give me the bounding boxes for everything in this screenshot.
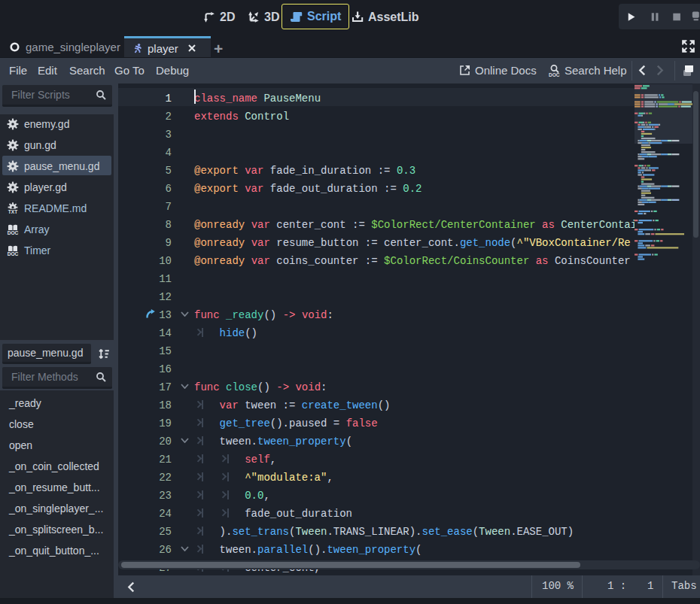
svg-text:DOC: DOC [549,72,560,77]
svg-text:DOC: DOC [8,230,19,235]
svg-text:DOC: DOC [8,251,19,256]
svg-text:TXT: TXT [8,209,17,214]
